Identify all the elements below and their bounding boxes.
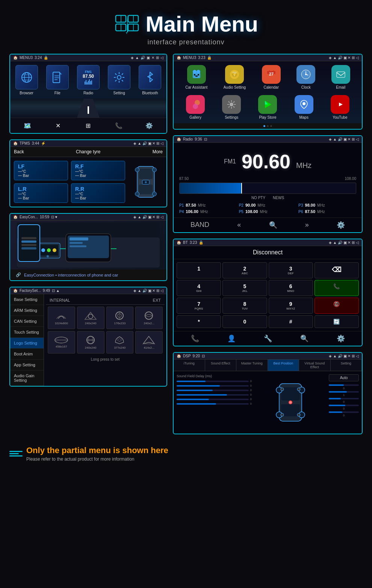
tab-sound-effect[interactable]: Sound Effect [205, 360, 237, 371]
svg-point-41 [41, 248, 45, 252]
sidebar-audio-gain[interactable]: Audio Gain Setting [10, 370, 44, 386]
app-car-assistant[interactable]: Car Assistant [185, 65, 207, 89]
dial-2[interactable]: 2ABC [222, 262, 267, 278]
tpms-more[interactable]: More [153, 149, 163, 154]
nav-map[interactable]: 🗺️ [22, 120, 33, 131]
dial-hangup[interactable]: 📵 [315, 298, 359, 314]
dial-7[interactable]: 7PQRS [177, 298, 221, 314]
close-icon-1: ✕ [151, 56, 154, 60]
dsp-content: Sound Field Delay (ms) 0 0 0 [174, 371, 362, 434]
dial-star[interactable]: * [177, 315, 221, 328]
sidebar-app-setting[interactable]: App Setting [10, 360, 44, 370]
prev-btn[interactable]: « [237, 221, 241, 229]
bt-call-icon[interactable]: 📞 [191, 334, 199, 343]
tab-setting[interactable]: Setting [331, 360, 362, 371]
bt-settings-icon[interactable]: ⚙️ [337, 334, 345, 343]
app-setting[interactable]: Setting [106, 65, 132, 95]
slider-6[interactable]: 0 [177, 402, 252, 405]
next-btn[interactable]: » [305, 221, 309, 229]
auto-btn[interactable]: Auto [329, 374, 359, 381]
sidebar-arm-setting[interactable]: ARM Setting [10, 305, 44, 316]
app-radio[interactable]: FM1 87.50 [75, 65, 101, 95]
dial-6[interactable]: 6MNO [269, 280, 313, 296]
app-file[interactable]: File [44, 65, 71, 95]
dial-0[interactable]: 0 [222, 315, 267, 328]
tpms-toolbar: Back Change tyre More [10, 147, 166, 157]
dial-del[interactable]: ⌫ [315, 262, 359, 278]
tab-master-tuning[interactable]: Master Tuning [236, 360, 268, 371]
app-bluetooth[interactable]: Bluetooth [137, 65, 163, 95]
dial-1[interactable]: 1 [177, 262, 221, 278]
app-settings[interactable]: Settings [222, 95, 241, 119]
tyre-rr[interactable]: R.R —°C — Bar [71, 183, 125, 203]
app-audio-setting[interactable]: FM 1 Audio Setting [224, 65, 246, 89]
sidebar-boot-anim[interactable]: Boot Anim [10, 349, 44, 360]
logo-item-3[interactable]: 240x2... [135, 307, 163, 329]
logo-item-6[interactable]: 377x240 [106, 331, 134, 354]
preset-grid: P1 87.50 MHz P2 90.00 MHz P3 98.00 MHz [179, 203, 356, 214]
tyre-lr[interactable]: L.R —°C — Bar [14, 183, 68, 203]
logo-item-0[interactable]: 1024x600 [48, 307, 75, 329]
nav-settings[interactable]: ⚙️ [144, 120, 154, 131]
preset-p5[interactable]: P5 108.00 MHz [239, 209, 297, 214]
slider-4[interactable]: 0 [177, 393, 252, 396]
preset-p3[interactable]: P3 98.00 MHz [298, 203, 356, 207]
dial-refresh[interactable]: 🔄 [315, 315, 359, 328]
dial-4[interactable]: 4GHI [177, 280, 221, 296]
logo-item-7[interactable]: 414x2... [135, 331, 163, 354]
preset-p2[interactable]: P2 90.00 MHz [239, 203, 297, 207]
dial-hash[interactable]: # [269, 315, 313, 328]
panel-easy: 🏠 EasyCon... 10:59 ⊡ ♥ ◈ ▲ 🔊 ▣ ✕ ⊞ ◁ [9, 213, 167, 281]
tab-best-position[interactable]: Best Position [268, 360, 299, 371]
tab-virtual[interactable]: Virtual Sound Effect [299, 360, 331, 371]
dial-3[interactable]: 3DEF [269, 262, 313, 278]
bt-search-icon[interactable]: 🔍 [300, 334, 308, 343]
preset-p6[interactable]: P6 87.50 MHz [298, 209, 356, 214]
app-browser[interactable]: Browser [14, 65, 40, 95]
logo-item-5[interactable]: 240x240 [77, 331, 104, 354]
app-maps[interactable]: Maps [295, 95, 313, 119]
tpms-back[interactable]: Back [14, 149, 24, 154]
nav-grid[interactable]: ⊞ [83, 120, 94, 131]
home-icon[interactable]: 🏠 [13, 56, 18, 60]
svg-marker-15 [60, 72, 62, 74]
svg-point-94 [297, 388, 300, 391]
slider-3[interactable]: 0 [177, 388, 252, 392]
app-email[interactable]: Email [331, 65, 350, 89]
logo-item-4[interactable]: 458x167 [48, 331, 75, 354]
bt-contacts-icon[interactable]: 👤 [227, 334, 236, 343]
nav-close[interactable]: ✕ [53, 120, 63, 131]
nav-phone[interactable]: 📞 [113, 120, 124, 131]
tyre-rf[interactable]: R.F —°C — Bar [71, 161, 125, 180]
app-gallery[interactable]: Gallery [186, 95, 205, 119]
sidebar-base-setting[interactable]: Base Setting [10, 294, 44, 305]
dial-call[interactable]: 📞 [315, 280, 359, 296]
sidebar-can-setting[interactable]: CAN Setting [10, 316, 44, 327]
tyre-lf[interactable]: LF —°C — Bar [14, 161, 68, 180]
home-tpms[interactable]: 🏠 [13, 141, 18, 145]
preset-p4[interactable]: P4 106.00 MHz [179, 209, 237, 214]
slider-2[interactable]: 0 [177, 384, 252, 387]
search-btn[interactable]: 🔍 [269, 221, 277, 229]
app-playstore[interactable]: Play Store [258, 95, 277, 119]
tab-ituning[interactable]: iTuning [174, 360, 205, 371]
dial-9[interactable]: 9WXYZ [269, 298, 313, 314]
signal-icon: ◈ [131, 56, 134, 60]
freq-bar[interactable]: // Generate random-looking signal bars v… [179, 183, 356, 194]
band-btn[interactable]: BAND [191, 221, 209, 229]
dial-5[interactable]: 5JKL [222, 280, 267, 296]
logo-item-2[interactable]: 176x233 [106, 307, 134, 329]
sidebar-logo-setting[interactable]: Logo Setting [10, 338, 44, 349]
bt-config-icon[interactable]: 🔧 [264, 334, 272, 343]
dial-8[interactable]: 8TUV [222, 298, 267, 314]
youtube-label: YouTube [333, 115, 347, 119]
app-clock[interactable]: Clock [296, 65, 315, 89]
app-calendar[interactable]: 27 Calendar [262, 65, 281, 89]
preset-p1[interactable]: P1 87.50 MHz [179, 203, 237, 207]
slider-1[interactable]: 0 [177, 379, 252, 383]
radio-settings-btn[interactable]: ⚙️ [337, 221, 345, 229]
slider-5[interactable]: 0 [177, 398, 252, 401]
logo-item-1[interactable]: 240x240 [77, 307, 104, 329]
sidebar-touch-setting[interactable]: Touch Setting [10, 327, 44, 338]
app-youtube[interactable]: YouTube [331, 95, 349, 119]
